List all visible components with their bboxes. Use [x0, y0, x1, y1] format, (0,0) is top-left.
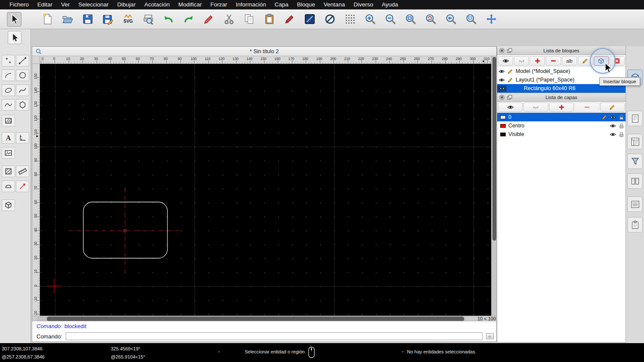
remove-layer-button[interactable] — [574, 103, 599, 112]
freeze-all-blocks-button[interactable] — [514, 56, 529, 66]
shape-tool[interactable] — [2, 181, 15, 192]
block-visibility-icon[interactable] — [497, 85, 507, 92]
print-preview-button[interactable] — [141, 12, 155, 27]
menu-capa[interactable]: Capa — [270, 0, 293, 9]
select-cursor-button[interactable] — [7, 12, 21, 27]
layer-lock-icon[interactable] — [617, 123, 626, 129]
menu-bloque[interactable]: Bloque — [293, 0, 319, 9]
layer-list-item[interactable]: 0 — [497, 113, 626, 121]
fill-tool[interactable] — [2, 166, 15, 177]
export-svg-button[interactable]: SVG — [121, 12, 135, 27]
layer-list-item[interactable]: Visible — [497, 130, 626, 139]
circle-tool[interactable] — [16, 69, 29, 81]
command-options-button[interactable]: ▭ — [486, 333, 494, 339]
entity-attributes-button[interactable] — [322, 12, 337, 27]
pen-attributes-button[interactable] — [282, 12, 297, 27]
zoom-out-button[interactable] — [383, 12, 398, 27]
selection-tool[interactable] — [8, 31, 21, 44]
menu-forzar[interactable]: Forzar — [206, 0, 231, 9]
line-attributes-button[interactable] — [302, 12, 317, 27]
vertical-scrollbar[interactable] — [491, 56, 497, 316]
pan-icon — [486, 13, 497, 25]
layer-visibility-icon[interactable] — [608, 131, 617, 138]
dock-page-panel-button[interactable] — [627, 111, 643, 126]
solid-tool[interactable] — [2, 199, 15, 211]
menu-modificar[interactable]: Modificar — [174, 0, 206, 9]
dock-clipboard-panel-button[interactable] — [627, 217, 643, 232]
dock-library-panel-button[interactable] — [627, 173, 643, 189]
edit-layer-button[interactable] — [600, 103, 625, 112]
zoom-window-button[interactable] — [464, 12, 478, 27]
arc-tool[interactable] — [2, 69, 15, 81]
layer-visibility-icon[interactable] — [608, 123, 617, 129]
dock-filter-panel-button[interactable] — [627, 154, 643, 169]
menu-seleccionar[interactable]: Seleccionar — [74, 0, 113, 9]
float-panel-icon[interactable] — [507, 94, 513, 100]
paste-button[interactable] — [262, 12, 276, 27]
close-panel-icon[interactable] — [499, 48, 505, 54]
menu-ayuda[interactable]: Ayuda — [377, 0, 402, 9]
redo-button[interactable] — [181, 12, 196, 27]
close-panel-icon[interactable] — [499, 94, 505, 100]
layer-lock-icon[interactable] — [617, 131, 626, 138]
save-document-button[interactable] — [80, 12, 95, 27]
float-panel-icon[interactable] — [507, 48, 513, 54]
block-visibility-icon[interactable] — [497, 77, 506, 83]
save-as-button[interactable] — [100, 12, 115, 27]
remove-block-button[interactable] — [546, 56, 561, 66]
ordinate-tool[interactable] — [16, 132, 29, 144]
menu-ventana[interactable]: Ventana — [319, 0, 349, 9]
dock-list-panel-button[interactable] — [627, 134, 643, 149]
layer-visibility-icon[interactable] — [608, 114, 617, 121]
block-edit-icon[interactable] — [506, 77, 514, 83]
horizontal-scrollbar[interactable] — [36, 317, 466, 321]
menu-diverso[interactable]: Diverso — [349, 0, 377, 9]
delete-entities-button[interactable] — [201, 12, 216, 27]
command-input[interactable] — [66, 332, 483, 340]
add-block-button[interactable] — [530, 56, 545, 66]
ellipse-tool[interactable] — [2, 84, 15, 96]
zoom-pan-button[interactable] — [484, 12, 498, 27]
defreeze-all-blocks-button[interactable] — [498, 56, 513, 66]
copy-button[interactable] — [242, 12, 256, 27]
spline-tool[interactable] — [16, 84, 29, 96]
freehand-tool[interactable] — [2, 99, 15, 111]
rename-block-button[interactable]: alb — [562, 56, 577, 66]
dimension-tool[interactable] — [16, 181, 29, 192]
open-document-button[interactable] — [60, 12, 75, 27]
snap-grid-button[interactable] — [343, 12, 357, 27]
zoom-auto-button[interactable] — [403, 12, 418, 27]
document-titlebar[interactable]: * Sin título 2 — [32, 47, 496, 56]
undo-button[interactable] — [161, 12, 176, 27]
hatch-tool[interactable] — [2, 115, 15, 127]
layer-edit-icon[interactable] — [600, 114, 608, 121]
horizontal-scrollbar-thumb[interactable] — [47, 317, 464, 321]
menu-informacion[interactable]: Información — [231, 0, 270, 9]
block-visibility-icon[interactable] — [497, 68, 506, 75]
zoom-in-button[interactable] — [363, 12, 377, 27]
block-edit-icon[interactable] — [506, 68, 514, 75]
freeze-all-layers-button[interactable] — [523, 103, 548, 112]
vertical-scrollbar-thumb[interactable] — [492, 57, 496, 241]
point-tool[interactable] — [2, 55, 15, 66]
zoom-previous-button[interactable] — [444, 12, 458, 27]
cut-button[interactable] — [222, 12, 236, 27]
drawing-canvas[interactable] — [40, 64, 491, 316]
dock-rows-panel-button[interactable] — [627, 196, 643, 212]
menu-fichero[interactable]: Fichero — [5, 0, 33, 9]
layer-lock-icon[interactable] — [617, 114, 626, 121]
menu-dibujar[interactable]: Dibujar — [113, 0, 140, 9]
defreeze-all-layers-button[interactable] — [498, 103, 522, 112]
menu-editar[interactable]: Editar — [33, 0, 57, 9]
menu-acotacion[interactable]: Acotación — [140, 0, 174, 9]
image-tool[interactable] — [2, 147, 15, 159]
text-tool[interactable]: A — [2, 132, 15, 144]
layer-list-item[interactable]: Centro — [497, 121, 626, 130]
polygon-tool[interactable] — [16, 99, 29, 111]
line-tool[interactable] — [16, 55, 29, 66]
zoom-redraw-button[interactable] — [423, 12, 438, 27]
menu-ver[interactable]: Ver — [57, 0, 74, 9]
add-layer-button[interactable] — [549, 103, 574, 112]
new-document-button[interactable] — [40, 12, 55, 27]
measure-tool[interactable] — [16, 166, 29, 177]
